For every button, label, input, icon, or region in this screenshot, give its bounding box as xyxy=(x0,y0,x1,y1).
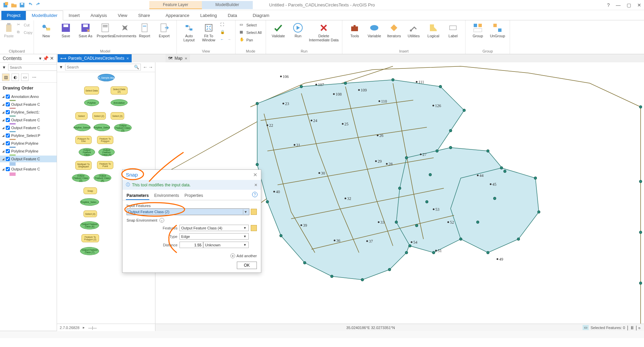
model-node[interactable]: Polyline_Selec... xyxy=(80,198,99,206)
pan-button[interactable]: ✋Pan xyxy=(238,37,263,43)
zoom-extent-icon[interactable]: ⛶ xyxy=(219,22,232,28)
toc-item[interactable]: ◢ Polyline_Select1: xyxy=(0,109,57,116)
logical-button[interactable]: Logical xyxy=(424,22,443,39)
validate-button[interactable]: Validate xyxy=(269,22,288,39)
context-tab-modelbuilder[interactable]: ModelBuilder xyxy=(202,1,253,9)
tab-properties[interactable]: Properties xyxy=(184,192,204,200)
layer-checkbox[interactable] xyxy=(6,118,10,122)
model-node[interactable]: Select Data xyxy=(84,86,99,95)
layer-checkbox[interactable] xyxy=(6,157,10,161)
variable-button[interactable]: Variable xyxy=(365,22,384,39)
tab-environments[interactable]: Environments xyxy=(153,192,179,200)
toc-item[interactable]: ◢ Output Feature C xyxy=(0,156,57,162)
model-node[interactable]: Output Feature Class (6) xyxy=(80,221,99,229)
env-distance-input[interactable] xyxy=(179,242,203,248)
layer-checkbox[interactable] xyxy=(6,134,10,138)
doctab-model[interactable]: ⟷ Parcels_CADLinesCirclesTexts ✕ xyxy=(58,54,132,62)
tab-labeling[interactable]: Labeling xyxy=(195,11,222,20)
layer-checkbox[interactable] xyxy=(6,149,10,153)
close-pane-icon[interactable]: ✕ xyxy=(50,56,54,61)
env-type-combo[interactable]: Edge▾ xyxy=(179,233,249,240)
save-button[interactable]: Save xyxy=(56,22,75,39)
more-icon[interactable]: ⋯ xyxy=(31,74,38,81)
nav-forward-icon[interactable]: → xyxy=(148,64,153,70)
model-node[interactable]: Output Feature Class (4) xyxy=(94,174,111,182)
model-node[interactable]: Select xyxy=(75,112,88,120)
model-search[interactable]: 🔍 xyxy=(65,64,141,70)
close-tab-icon[interactable]: ✕ xyxy=(126,57,129,60)
toc-item[interactable]: ◢ Output Feature C xyxy=(0,124,57,131)
env-distance-unit-combo[interactable]: Unknown▾ xyxy=(203,242,249,248)
minimize-icon[interactable]: — xyxy=(616,2,621,8)
delete-intermediate-button[interactable]: Delete Intermediate Data xyxy=(308,22,339,43)
lock-icon[interactable]: 🔒 xyxy=(219,29,232,36)
fitwindow-button[interactable]: Fit To Window xyxy=(199,22,218,43)
help-icon[interactable]: ? xyxy=(607,2,610,8)
model-node[interactable]: Select Data (2) xyxy=(111,86,128,95)
run-button[interactable]: Run xyxy=(288,22,307,39)
chevron-down-icon[interactable]: ▾ xyxy=(243,209,248,214)
filter-icon[interactable]: ▼ xyxy=(2,65,6,70)
env-features-combo[interactable]: Output Feature Class (4)▾ xyxy=(179,225,249,231)
model-node[interactable]: Multipart To Singlepart xyxy=(75,161,92,170)
prev-icon[interactable]: ← xyxy=(219,37,225,42)
layer-checkbox[interactable] xyxy=(6,141,10,145)
ungroup-button[interactable]: UnGroup xyxy=(488,22,507,39)
ok-button[interactable]: OK xyxy=(237,262,257,269)
pin-icon[interactable]: 📌 xyxy=(43,56,49,61)
layer-checkbox[interactable] xyxy=(6,95,10,99)
nav-back-icon[interactable]: ← xyxy=(143,64,148,70)
toc-item[interactable]: ◢ Polyline_Select:P xyxy=(0,132,57,139)
model-node[interactable]: Output Feature Class (2) xyxy=(72,174,90,182)
model-node[interactable]: Polyline xyxy=(84,99,99,106)
maximize-icon[interactable]: ▢ xyxy=(627,2,631,8)
model-node[interactable]: R_Sample.dwg xyxy=(98,74,115,81)
tab-analysis[interactable]: Analysis xyxy=(85,11,112,20)
help-icon[interactable]: ? xyxy=(252,192,258,197)
tab-parameters[interactable]: Parameters xyxy=(126,192,149,200)
select-button[interactable]: ▭Select xyxy=(238,22,263,28)
model-node[interactable]: Feature To Point xyxy=(97,161,113,169)
contents-search[interactable]: 🔍 xyxy=(8,64,63,71)
model-node[interactable]: Select (2) xyxy=(92,112,106,120)
tab-appearance[interactable]: Appearance xyxy=(160,11,195,20)
add-icon[interactable]: + xyxy=(230,253,235,258)
tab-data[interactable]: Data xyxy=(222,11,242,20)
utilities-button[interactable]: Utilities xyxy=(404,22,423,39)
export-button[interactable]: Export xyxy=(155,22,174,39)
report-button[interactable]: Report xyxy=(135,22,154,39)
model-node[interactable]: Snap xyxy=(83,187,97,194)
tab-diagram[interactable]: Diagram xyxy=(247,11,275,20)
close-tab-icon[interactable]: ✕ xyxy=(185,57,187,60)
close-info-icon[interactable]: ✕ xyxy=(254,183,258,187)
search-icon[interactable]: 🔍 xyxy=(134,65,139,69)
search-input[interactable] xyxy=(67,65,134,69)
close-icon[interactable]: ✕ xyxy=(637,2,641,8)
label-button[interactable]: Label xyxy=(443,22,462,39)
model-node[interactable]: Polyline_Select1 xyxy=(74,124,90,131)
redo-icon[interactable] xyxy=(35,2,41,8)
undo-icon[interactable] xyxy=(27,2,33,8)
list-by-drawing-order-icon[interactable]: ▤ xyxy=(2,74,10,81)
model-node[interactable]: Output Feature Class xyxy=(79,148,95,156)
doctab-map[interactable]: 🗺 Map ✕ xyxy=(166,54,190,62)
model-node[interactable]: Feature To Polygon xyxy=(97,136,113,144)
model-node[interactable]: Output Feature Class (5) xyxy=(98,148,115,156)
tab-modelbuilder[interactable]: ModelBuilder xyxy=(26,11,63,20)
snap-tool-dialog[interactable]: Snap ✕ ⓘ This tool modifies the input da… xyxy=(122,169,261,273)
toc-item[interactable]: ◢ Polyline:Polyline xyxy=(0,140,57,147)
tab-project[interactable]: Project xyxy=(1,11,26,20)
tab-view[interactable]: View xyxy=(112,11,133,20)
model-node[interactable]: Select (3) xyxy=(111,112,124,120)
open-icon[interactable] xyxy=(11,2,17,8)
autolayout-button[interactable]: Auto Layout xyxy=(179,22,198,43)
tools-button[interactable]: Tools xyxy=(345,22,364,39)
list-by-source-icon[interactable]: ◐ xyxy=(12,74,19,81)
tab-insert[interactable]: Insert xyxy=(63,11,85,20)
toc-item[interactable]: ◢ Output Feature C xyxy=(0,101,57,108)
search-input[interactable] xyxy=(10,65,57,69)
layer-checkbox[interactable] xyxy=(6,167,10,171)
environments-button[interactable]: Environments xyxy=(115,22,134,39)
toc-item[interactable]: ◢ Output Feature C xyxy=(0,166,57,172)
expand-icon[interactable]: ⌄ xyxy=(159,218,164,223)
